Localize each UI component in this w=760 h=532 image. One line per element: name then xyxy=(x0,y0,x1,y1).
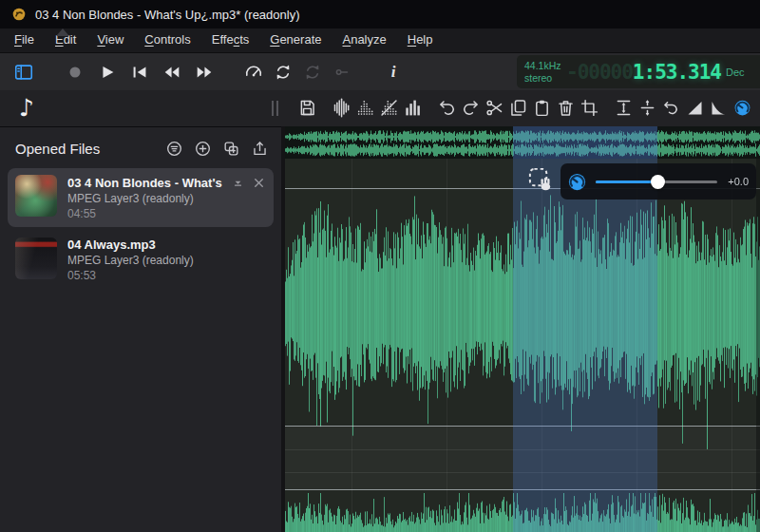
playback-speed-button[interactable] xyxy=(241,60,266,85)
fast-forward-button[interactable] xyxy=(192,60,217,85)
menu-controls[interactable]: Controls xyxy=(134,28,200,52)
duplicate-plus-icon xyxy=(222,140,240,158)
revert-icon xyxy=(661,98,681,118)
file-list: 03 4 Non Blondes - What's Up¿....MPEG La… xyxy=(0,168,281,289)
level-view-button[interactable] xyxy=(402,94,424,122)
file-tab[interactable]: ♪ xyxy=(10,92,44,124)
rewind-icon xyxy=(162,62,182,83)
fade-in-icon xyxy=(685,98,705,118)
tab-indicator xyxy=(56,28,69,36)
loop-icon xyxy=(273,62,294,83)
export-file-button[interactable] xyxy=(249,138,270,159)
toggle-sidebar-button[interactable] xyxy=(11,60,36,85)
menu-help[interactable]: Help xyxy=(397,28,444,52)
fade-out-icon xyxy=(709,98,729,118)
fit-vertical-button[interactable] xyxy=(613,94,635,122)
gain-slider-thumb[interactable] xyxy=(651,175,665,189)
menu-effects[interactable]: Effects xyxy=(201,28,260,52)
fast-forward-icon xyxy=(194,62,215,83)
fade-in-button[interactable] xyxy=(684,94,706,122)
menubar: FileEditViewControlsEffectsGenerateAnaly… xyxy=(0,28,760,53)
spectrogram-view-button[interactable] xyxy=(354,94,376,122)
waveform-icon xyxy=(332,98,352,118)
file-duration: 05:53 xyxy=(67,269,266,282)
spectral-toggle-button[interactable] xyxy=(378,94,400,122)
trim-button[interactable] xyxy=(579,94,600,122)
record-button[interactable] xyxy=(63,60,87,85)
level-bars-icon xyxy=(403,98,423,118)
save-icon xyxy=(297,98,317,118)
gain-knob-icon[interactable] xyxy=(566,171,588,193)
time-display[interactable]: 44.1kHzstereo-000001:53.314Dec xyxy=(517,55,760,88)
add-file-button[interactable] xyxy=(192,138,213,159)
paste-icon xyxy=(532,98,552,118)
revert-button[interactable] xyxy=(660,94,682,122)
save-button[interactable] xyxy=(296,94,318,122)
undo-icon xyxy=(437,98,457,118)
knob-icon xyxy=(732,98,752,118)
toolbar-drag-handle[interactable] xyxy=(272,101,278,116)
spectrogram-slash-icon xyxy=(379,98,399,118)
transport-toolbar: i44.1kHzstereo-000001:53.314Dec xyxy=(0,53,760,90)
titlebar: 03 4 Non Blondes - What's Up¿.mp3* (read… xyxy=(0,0,760,28)
file-title: 04 Always.mp3 xyxy=(67,238,266,252)
file-info-button[interactable]: i xyxy=(381,60,406,85)
skip-to-start-button[interactable] xyxy=(127,60,152,85)
fit-vertical-icon xyxy=(614,98,634,118)
loop-playback-button[interactable] xyxy=(271,60,295,85)
drag-selection-button[interactable] xyxy=(524,163,557,196)
edit-toolbar: ♪ xyxy=(0,90,760,127)
file-title: 03 4 Non Blondes - What's Up¿.... xyxy=(67,176,224,190)
sidebar: Opened Files 03 4 Non Blondes - What's U… xyxy=(0,127,281,532)
file-format: MPEG Layer3 (readonly) xyxy=(67,254,266,267)
editor-pane: +0.0 xyxy=(281,126,760,532)
dock-file-button[interactable] xyxy=(230,175,245,190)
gain-knob-button[interactable] xyxy=(732,94,753,122)
menu-analyze[interactable]: Analyze xyxy=(332,28,396,52)
spectrogram-icon xyxy=(355,98,375,118)
window-title: 03 4 Non Blondes - What's Up¿.mp3* (read… xyxy=(35,8,300,22)
filter-files-button[interactable] xyxy=(163,138,184,159)
duplicate-file-button[interactable] xyxy=(220,138,241,159)
edit-tool-buttons xyxy=(296,94,753,122)
sidebar-header: Opened Files xyxy=(0,127,281,166)
repeat-icon xyxy=(302,62,323,83)
waveform-view-button[interactable] xyxy=(331,94,352,122)
file-item[interactable]: 04 Always.mp3MPEG Layer3 (readonly)05:53 xyxy=(8,231,274,289)
scissors-icon xyxy=(484,98,504,118)
close-file-button[interactable] xyxy=(251,175,266,190)
zoom-vertical-button[interactable] xyxy=(636,94,658,122)
dock-down-icon xyxy=(231,176,245,190)
drag-selection-icon xyxy=(526,165,556,195)
marker-icon xyxy=(332,62,352,83)
fade-out-button[interactable] xyxy=(708,94,730,122)
copy-button[interactable] xyxy=(507,94,529,122)
rewind-button[interactable] xyxy=(160,60,184,85)
filter-circle-icon xyxy=(165,140,183,158)
file-format: MPEG Layer3 (readonly) xyxy=(67,192,266,205)
file-item[interactable]: 03 4 Non Blondes - What's Up¿....MPEG La… xyxy=(8,168,274,227)
menu-view[interactable]: View xyxy=(86,28,134,52)
info-icon: i xyxy=(391,63,396,82)
delete-button[interactable] xyxy=(555,94,577,122)
album-art xyxy=(15,238,57,279)
menu-file[interactable]: File xyxy=(4,28,45,52)
sample-rate: 44.1kHzstereo xyxy=(524,60,562,84)
album-art xyxy=(15,175,57,217)
file-meta: 03 4 Non Blondes - What's Up¿....MPEG La… xyxy=(67,175,266,220)
expand-vertical-icon xyxy=(637,98,657,118)
play-button[interactable] xyxy=(95,60,120,85)
menu-generate[interactable]: Generate xyxy=(259,28,332,52)
repeat-selection-button xyxy=(300,60,325,85)
gain-value: +0.0 xyxy=(725,176,749,187)
copy-icon xyxy=(508,98,528,118)
skip-start-icon xyxy=(129,62,150,83)
time-ghost-digits: -00000 xyxy=(566,61,633,84)
gauge-icon xyxy=(243,62,264,83)
gain-slider[interactable] xyxy=(596,174,717,189)
cut-button[interactable] xyxy=(484,94,505,122)
undo-button[interactable] xyxy=(436,94,458,122)
paste-button xyxy=(531,94,553,122)
file-meta: 04 Always.mp3MPEG Layer3 (readonly)05:53 xyxy=(67,238,266,282)
gain-slider-fill xyxy=(596,180,657,184)
